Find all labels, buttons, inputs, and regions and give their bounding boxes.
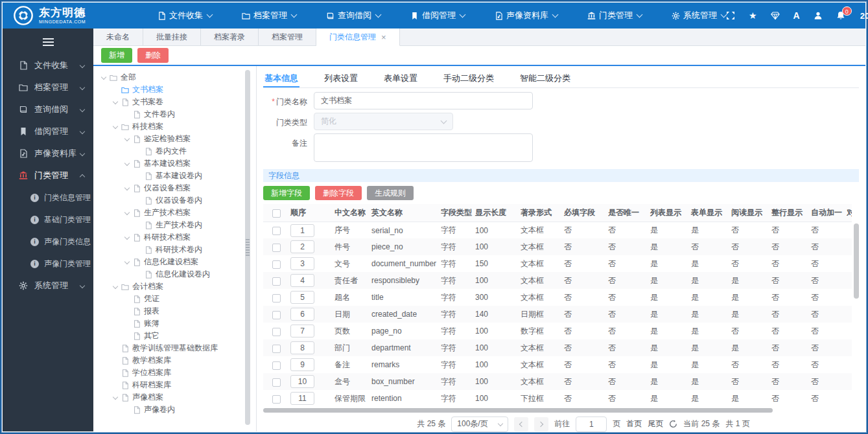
first-page-link[interactable]: 首页	[626, 418, 642, 429]
refresh-icon[interactable]	[669, 420, 677, 428]
sidebar-item-2[interactable]: 档案管理	[3, 76, 93, 98]
nav-menu-7[interactable]: 系统管理	[672, 10, 726, 21]
sidebar-item-5[interactable]: 声像资料库	[3, 143, 93, 165]
tree-scrollbar[interactable]	[245, 70, 250, 425]
sidebar-item-6[interactable]: 门类管理	[3, 165, 93, 187]
category-name-input[interactable]	[314, 92, 533, 109]
row-checkbox[interactable]	[272, 294, 281, 303]
doc-tab-4[interactable]: 档案管理	[259, 29, 316, 45]
order-input[interactable]: 5	[290, 291, 314, 304]
select-all-checkbox[interactable]	[272, 209, 281, 218]
nav-menu-3[interactable]: 查询借阅	[326, 10, 381, 21]
tree-item[interactable]: 仪器设备档案	[93, 182, 243, 194]
tree-item[interactable]: 全部	[93, 71, 243, 84]
add-field-button[interactable]: 新增字段	[263, 186, 310, 200]
fullscreen-icon[interactable]	[726, 11, 735, 20]
row-checkbox[interactable]	[272, 328, 281, 336]
tree-item[interactable]: 基本建设卷内	[93, 170, 243, 182]
sidebar-item-4[interactable]: 借阅管理	[3, 120, 93, 143]
chevron-down-icon[interactable]	[123, 233, 132, 242]
order-input[interactable]: 6	[290, 308, 314, 321]
order-input[interactable]: 9	[290, 358, 314, 371]
order-input[interactable]: 7	[290, 325, 314, 337]
doc-tab-2[interactable]: 批量挂接	[143, 29, 201, 45]
chevron-down-icon[interactable]	[111, 282, 121, 291]
panel-tab-5[interactable]: 智能二级分类	[519, 70, 572, 87]
nav-menu-2[interactable]: 档案管理	[242, 10, 296, 21]
chevron-down-icon[interactable]	[111, 98, 121, 107]
row-checkbox[interactable]	[272, 227, 281, 235]
doc-tab-5[interactable]: 门类信息管理×	[316, 29, 400, 46]
menu-toggle-icon[interactable]	[3, 32, 93, 52]
tree-item[interactable]: 声像档案	[93, 391, 243, 404]
panel-tab-4[interactable]: 手动二级分类	[442, 70, 495, 87]
prev-page-button[interactable]	[514, 417, 528, 431]
tree-item[interactable]: 仪器设备卷内	[93, 194, 243, 207]
bell-icon[interactable]: 0	[836, 11, 845, 20]
row-checkbox[interactable]	[272, 311, 281, 319]
nav-menu-5[interactable]: 声像资料库	[495, 10, 557, 21]
row-checkbox[interactable]	[272, 361, 281, 370]
page-number-input[interactable]	[576, 417, 607, 432]
nav-menu-1[interactable]: 文件收集	[158, 10, 212, 21]
table-horizontal-scrollbar[interactable]	[263, 408, 852, 413]
generate-rule-button[interactable]: 生成规则	[367, 186, 414, 200]
chevron-down-icon[interactable]	[123, 135, 132, 144]
close-icon[interactable]: ×	[381, 33, 386, 41]
chevron-down-icon[interactable]	[123, 184, 132, 193]
tree-item[interactable]: 会计档案	[93, 280, 243, 293]
chevron-down-icon[interactable]	[111, 393, 121, 402]
tree-item[interactable]: 报表	[93, 305, 243, 317]
delete-field-button[interactable]: 删除字段	[315, 186, 362, 200]
sidebar-subitem-10[interactable]: i声像门类管理	[3, 253, 93, 275]
chevron-down-icon[interactable]	[123, 258, 132, 267]
nav-menu-6[interactable]: 门类管理	[587, 10, 642, 21]
sidebar-item-3[interactable]: 查询借阅	[3, 98, 93, 120]
tree-item[interactable]: 账簿	[93, 317, 243, 330]
tree-item[interactable]: 科研档案库	[93, 379, 243, 391]
tree-item[interactable]: 生产技术卷内	[93, 219, 243, 231]
order-input[interactable]: 2	[290, 240, 314, 253]
page-size-select[interactable]: 100条/页	[451, 417, 508, 432]
tree-item[interactable]: 教学训练管理基础数据库	[93, 342, 243, 354]
add-button[interactable]: 新增	[101, 48, 132, 62]
panel-tab-1[interactable]: 基本信息	[263, 70, 299, 87]
tree-item[interactable]: 学位档案库	[93, 367, 243, 379]
tree-item[interactable]: 声像卷内	[93, 404, 243, 416]
tree-item[interactable]: 科技档案	[93, 120, 243, 133]
sidebar-subitem-8[interactable]: i基础门类管理	[3, 209, 93, 231]
order-input[interactable]: 10	[290, 375, 314, 388]
tree-item[interactable]: 生产技术档案	[93, 207, 243, 219]
font-size-icon[interactable]: A	[793, 11, 800, 20]
row-checkbox[interactable]	[272, 345, 281, 353]
tree-item[interactable]: 信息化建设卷内	[93, 268, 243, 280]
tree-item[interactable]: 文书档案	[93, 84, 243, 96]
order-input[interactable]: 4	[290, 274, 314, 287]
remark-textarea[interactable]	[314, 133, 533, 162]
chevron-down-icon[interactable]	[123, 209, 132, 218]
sidebar-item-1[interactable]: 文件收集	[3, 54, 93, 76]
doc-tab-3[interactable]: 档案著录	[201, 29, 259, 45]
nav-menu-4[interactable]: 借阅管理	[410, 10, 465, 21]
tree-item[interactable]: 科研技术卷内	[93, 244, 243, 256]
tree-item[interactable]: 凭证	[93, 293, 243, 305]
row-checkbox[interactable]	[272, 378, 281, 387]
order-input[interactable]: 3	[290, 257, 314, 270]
panel-tab-2[interactable]: 列表设置	[323, 70, 359, 87]
order-input[interactable]: 8	[290, 341, 314, 354]
row-checkbox[interactable]	[272, 244, 281, 252]
tree-item[interactable]: 科研技术档案	[93, 231, 243, 244]
sidebar-subitem-9[interactable]: i声像门类信息	[3, 231, 93, 253]
delete-button[interactable]: 删除	[137, 48, 169, 62]
chevron-down-icon[interactable]	[111, 122, 121, 131]
tree-item[interactable]: 文书案卷	[93, 96, 243, 108]
tree-item[interactable]: 卷内文件	[93, 145, 243, 157]
user-icon[interactable]	[814, 11, 823, 20]
chevron-down-icon[interactable]	[123, 159, 132, 168]
chevron-down-icon[interactable]	[100, 73, 109, 82]
row-checkbox[interactable]	[272, 260, 281, 269]
sidebar-subitem-7[interactable]: i门类信息管理	[3, 187, 93, 209]
star-icon[interactable]: ★	[749, 11, 757, 20]
doc-tab-1[interactable]: 未命名	[93, 29, 143, 45]
tree-item[interactable]: 其它	[93, 330, 243, 342]
